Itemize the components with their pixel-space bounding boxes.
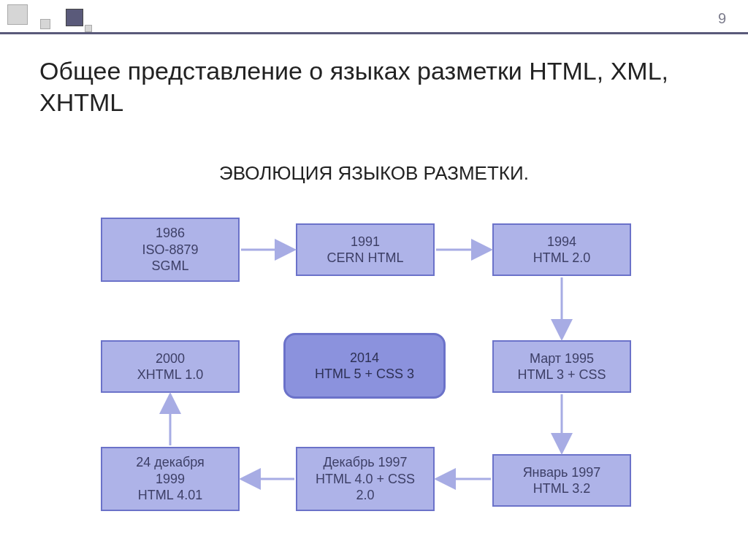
box-html3-css: Март 1995 HTML 3 + CSS [492, 340, 631, 393]
diagram-canvas: 1986 ISO-8879 SGML 1991 CERN HTML 1994 H… [0, 0, 748, 560]
box-html2: 1994 HTML 2.0 [492, 223, 631, 276]
box-line: HTML 5 + CSS 3 [315, 366, 414, 383]
box-line: HTML 4.01 [138, 487, 202, 504]
box-line: HTML 4.0 + CSS [316, 471, 415, 488]
box-line: HTML 3 + CSS [518, 367, 606, 383]
box-xhtml1: 2000 XHTML 1.0 [101, 340, 240, 393]
box-line: 24 декабря [136, 454, 205, 471]
box-html32: Январь 1997 HTML 3.2 [492, 454, 631, 507]
box-line: XHTML 1.0 [137, 367, 203, 383]
box-line: 1986 [156, 225, 185, 242]
box-line: 2.0 [356, 487, 374, 504]
box-line: 2000 [156, 350, 185, 367]
box-line: SGML [151, 258, 188, 275]
box-html40-css2: Декабрь 1997 HTML 4.0 + CSS 2.0 [296, 447, 435, 511]
box-html5-css3: 2014 HTML 5 + CSS 3 [283, 333, 446, 399]
box-line: 1991 [351, 234, 380, 250]
box-line: CERN HTML [327, 250, 403, 266]
box-cern-html: 1991 CERN HTML [296, 223, 435, 276]
box-sgml: 1986 ISO-8879 SGML [101, 218, 240, 282]
box-line: Декабрь 1997 [323, 454, 407, 471]
box-line: HTML 2.0 [533, 250, 590, 266]
box-line: HTML 3.2 [533, 480, 590, 497]
box-line: 1999 [156, 471, 185, 488]
box-line: 2014 [350, 350, 379, 367]
box-line: Январь 1997 [523, 464, 601, 481]
box-html401: 24 декабря 1999 HTML 4.01 [101, 447, 240, 511]
box-line: ISO-8879 [142, 242, 198, 258]
box-line: 1994 [547, 234, 576, 250]
box-line: Март 1995 [530, 350, 594, 367]
